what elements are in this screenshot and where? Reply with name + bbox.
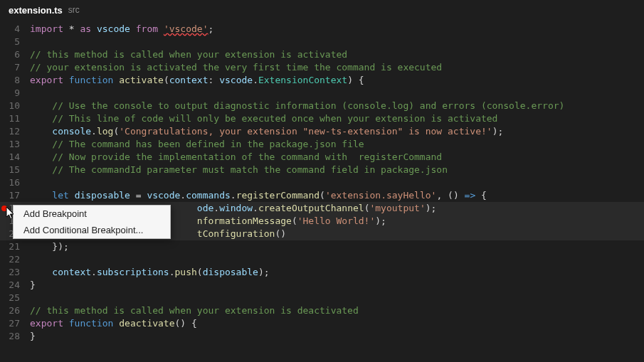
line-number[interactable]: 11 (0, 112, 30, 125)
code-text[interactable]: context.subscriptions.push(disposable); (30, 266, 644, 279)
code-text[interactable] (30, 87, 644, 100)
tab-filename[interactable]: extension.ts (9, 5, 63, 16)
code-text[interactable]: // Now provide the implementation of the… (30, 151, 644, 164)
code-text[interactable] (30, 292, 644, 304)
code-editor[interactable]: 4 import * as vscode from 'vscode'; 5 6 … (0, 20, 644, 343)
line-number[interactable]: 13 (0, 138, 30, 151)
code-text[interactable]: // The commandId parameter must match th… (30, 164, 644, 176)
code-line[interactable]: 26 // this method is called when your ex… (0, 304, 644, 317)
code-line[interactable]: 21 }); (0, 240, 644, 253)
code-line[interactable]: 17 let disposable = vscode.commands.regi… (0, 189, 644, 202)
code-line[interactable]: 4 import * as vscode from 'vscode'; (0, 23, 644, 36)
gutter-context-menu[interactable]: Add Breakpoint Add Conditional Breakpoin… (13, 205, 171, 239)
code-line[interactable]: 5 (0, 36, 644, 48)
code-line[interactable]: 9 (0, 87, 644, 100)
code-line[interactable]: 16 (0, 176, 644, 189)
code-text[interactable]: // your extension is activated the very … (30, 61, 644, 74)
code-text[interactable]: }); (30, 240, 644, 253)
code-line[interactable]: 25 (0, 292, 644, 304)
code-text[interactable] (30, 176, 644, 189)
line-number[interactable]: 28 (0, 330, 30, 343)
line-number[interactable]: 9 (0, 87, 30, 100)
menu-item-add-conditional-breakpoint[interactable]: Add Conditional Breakpoint... (14, 222, 170, 238)
code-line[interactable]: 7 // your extension is activated the ver… (0, 61, 644, 74)
code-text[interactable]: // this method is called when your exten… (30, 304, 644, 317)
line-number[interactable]: 6 (0, 48, 30, 61)
line-number[interactable]: 16 (0, 176, 30, 189)
code-line[interactable]: 27 export function deactivate() { (0, 317, 644, 330)
code-text[interactable] (30, 253, 644, 266)
code-line[interactable]: 24 } (0, 279, 644, 292)
editor-tab-bar: extension.ts src (0, 0, 644, 20)
line-number[interactable]: 7 (0, 61, 30, 74)
code-line[interactable]: 6 // this method is called when your ext… (0, 48, 644, 61)
tab-folder: src (68, 5, 80, 15)
code-line[interactable]: 13 // The command has been defined in th… (0, 138, 644, 151)
line-number[interactable]: 12 (0, 125, 30, 138)
line-number[interactable]: 8 (0, 74, 30, 87)
code-line[interactable]: 23 context.subscriptions.push(disposable… (0, 266, 644, 279)
line-number[interactable]: 26 (0, 304, 30, 317)
code-text[interactable]: console.log('Congratulations, your exten… (30, 125, 644, 138)
code-text[interactable]: // This line of code will only be execut… (30, 112, 644, 125)
code-text[interactable]: // Use the console to output diagnostic … (30, 100, 644, 112)
code-line[interactable]: 22 (0, 253, 644, 266)
code-line[interactable]: 15 // The commandId parameter must match… (0, 164, 644, 176)
code-text[interactable] (30, 36, 644, 48)
line-number[interactable]: 17 (0, 189, 30, 202)
line-number[interactable]: 23 (0, 266, 30, 279)
breakpoint-dot-icon[interactable] (1, 206, 7, 211)
line-number[interactable]: 14 (0, 151, 30, 164)
code-line[interactable]: 11 // This line of code will only be exe… (0, 112, 644, 125)
line-number[interactable]: 10 (0, 100, 30, 112)
line-number[interactable]: 21 (0, 240, 30, 253)
menu-item-add-breakpoint[interactable]: Add Breakpoint (14, 206, 170, 222)
code-text[interactable]: let disposable = vscode.commands.registe… (30, 189, 644, 202)
code-text[interactable]: // this method is called when your exten… (30, 48, 644, 61)
code-text[interactable]: export function activate(context: vscode… (30, 74, 644, 87)
line-number[interactable]: 5 (0, 36, 30, 48)
code-text[interactable]: } (30, 330, 644, 343)
line-number[interactable]: 25 (0, 292, 30, 304)
code-line[interactable]: 10 // Use the console to output diagnost… (0, 100, 644, 112)
code-line[interactable]: 28 } (0, 330, 644, 343)
code-line[interactable]: 14 // Now provide the implementation of … (0, 151, 644, 164)
code-text[interactable]: } (30, 279, 644, 292)
code-line[interactable]: 8 export function activate(context: vsco… (0, 74, 644, 87)
code-line[interactable]: 12 console.log('Congratulations, your ex… (0, 125, 644, 138)
line-number[interactable]: 4 (0, 23, 30, 36)
line-number[interactable]: 24 (0, 279, 30, 292)
line-number[interactable]: 15 (0, 164, 30, 176)
line-number[interactable]: 27 (0, 317, 30, 330)
code-text[interactable]: import * as vscode from 'vscode'; (30, 23, 644, 36)
code-text[interactable]: export function deactivate() { (30, 317, 644, 330)
code-text[interactable]: // The command has been defined in the p… (30, 138, 644, 151)
line-number[interactable]: 22 (0, 253, 30, 266)
